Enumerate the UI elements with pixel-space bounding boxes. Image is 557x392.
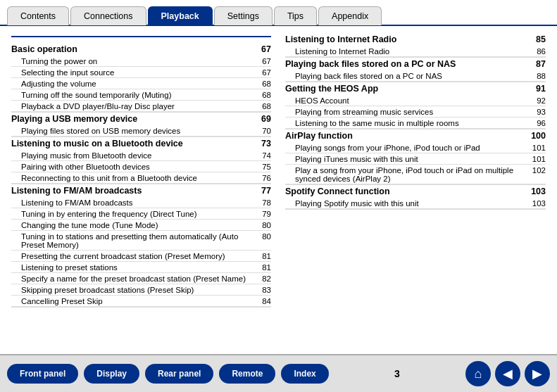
toc-item[interactable]: Reconnecting to this unit from a Bluetoo…	[11, 172, 271, 184]
toc-item[interactable]: Changing the tune mode (Tune Mode)80	[11, 220, 271, 231]
toc-item[interactable]: Listening to the same music in multiple …	[285, 118, 546, 129]
toc-item[interactable]: Adjusting the volume68	[11, 78, 271, 89]
section-title: Spotify Connect function	[285, 186, 390, 196]
toc-item-page: 68	[254, 80, 271, 88]
tab-contents[interactable]: Contents	[7, 6, 69, 25]
toc-section: Basic operation67Turning the power on67S…	[11, 43, 271, 113]
toc-section-header: Listening to music on a Bluetooth device…	[11, 137, 271, 150]
section-page: 100	[531, 131, 546, 141]
section-title: Listening to FM/AM broadcasts	[11, 186, 142, 196]
toc-item-text: Playing songs from your iPhone, iPod tou…	[295, 144, 529, 152]
toc-section-header: Listening to Internet Radio85	[285, 33, 546, 46]
section-title: Basic operation	[11, 44, 77, 54]
toc-item[interactable]: Pairing with other Bluetooth devices75	[11, 161, 271, 172]
toc-section-header: Getting the HEOS App91	[285, 82, 546, 95]
toc-item-text: Playing music from Bluetooth device	[21, 151, 254, 160]
index-button[interactable]: Index	[281, 364, 328, 384]
toc-item[interactable]: Tuning in by entering the frequency (Dir…	[11, 208, 271, 220]
main-content: Basic operation67Turning the power on67S…	[0, 26, 557, 354]
toc-item-page: 81	[254, 263, 271, 272]
toc-item-page: 75	[254, 163, 271, 171]
toc-item[interactable]: Presetting the current broadcast station…	[11, 251, 271, 262]
toc-item-page: 101	[529, 144, 546, 152]
toc-item[interactable]: Turning the power on67	[11, 56, 271, 67]
toc-section: AirPlay function100Playing songs from yo…	[285, 129, 546, 185]
toc-item-text: Listening to FM/AM broadcasts	[21, 198, 254, 207]
toc-item-text: Playback a DVD player/Blu-ray Disc playe…	[21, 102, 254, 110]
tab-tips[interactable]: Tips	[274, 6, 317, 25]
toc-item-text: Cancelling Preset Skip	[21, 297, 254, 305]
section-page: 103	[531, 186, 546, 196]
toc-section-header: AirPlay function100	[285, 129, 546, 142]
remote-button[interactable]: Remote	[219, 364, 275, 384]
section-page: 77	[261, 186, 271, 196]
toc-item[interactable]: Turning off the sound temporarily (Mutin…	[11, 89, 271, 101]
toc-item[interactable]: Playing songs from your iPhone, iPod tou…	[285, 142, 546, 153]
toc-item-page: 82	[254, 274, 271, 283]
toc-item[interactable]: Cancelling Preset Skip84	[11, 296, 271, 307]
toc-item-page: 83	[254, 286, 271, 294]
toc-item-page: 102	[529, 166, 546, 183]
section-page: 69	[261, 114, 271, 124]
toc-item-text: Playing from streaming music services	[295, 108, 529, 116]
toc-item[interactable]: Listening to Internet Radio86	[285, 46, 546, 57]
toc-item-page: 67	[254, 57, 271, 65]
toc-item-text: Play a song from your iPhone, iPod touch…	[295, 166, 529, 183]
toc-item-text: Turning the power on	[21, 57, 254, 65]
toc-item[interactable]: Listening to preset stations81	[11, 262, 271, 273]
forward-button[interactable]: ▶	[525, 361, 550, 386]
tab-playback[interactable]: Playback	[148, 6, 213, 25]
toc-section: Listening to FM/AM broadcasts77Listening…	[11, 184, 271, 308]
toc-item-text: Playing Spotify music with this unit	[295, 199, 529, 208]
toc-item-page: 68	[254, 91, 271, 99]
tab-settings[interactable]: Settings	[214, 6, 273, 25]
toc-section: Listening to Internet Radio85Listening t…	[285, 33, 546, 58]
toc-item[interactable]: Playing back files stored on a PC or NAS…	[285, 70, 546, 82]
bottom-nav-right: ⌂ ◀ ▶	[465, 361, 550, 386]
display-button[interactable]: Display	[84, 364, 139, 384]
toc-item-text: Listening to Internet Radio	[295, 47, 529, 56]
toc-item[interactable]: Playing music from Bluetooth device74	[11, 150, 271, 161]
toc-item[interactable]: Skipping preset broadcast stations (Pres…	[11, 284, 271, 296]
toc-section-header: Spotify Connect function103	[285, 185, 546, 198]
toc-item-page: 84	[254, 297, 271, 305]
rear-panel-button[interactable]: Rear panel	[145, 364, 213, 384]
section-title: AirPlay function	[285, 131, 353, 141]
toc-item-text: Playing files stored on USB memory devic…	[21, 127, 254, 135]
toc-item-page: 78	[254, 198, 271, 207]
toc-item-page: 101	[529, 155, 546, 163]
toc-item-page: 88	[529, 72, 546, 80]
toc-item[interactable]: HEOS Account92	[285, 95, 546, 106]
tab-connections[interactable]: Connections	[70, 6, 146, 25]
toc-item-text: Presetting the current broadcast station…	[21, 252, 254, 260]
toc-item[interactable]: Playback a DVD player/Blu-ray Disc playe…	[11, 101, 271, 112]
toc-item[interactable]: Listening to FM/AM broadcasts78	[11, 197, 271, 208]
toc-item[interactable]: Playing Spotify music with this unit103	[285, 198, 546, 209]
toc-item[interactable]: Tuning in to stations and presetting the…	[11, 231, 271, 251]
home-button[interactable]: ⌂	[465, 361, 491, 386]
toc-item-page: 80	[254, 221, 271, 229]
section-title: Listening to Internet Radio	[285, 34, 396, 44]
toc-item[interactable]: Playing from streaming music services93	[285, 106, 546, 118]
toc-item-page: 70	[254, 127, 271, 135]
front-panel-button[interactable]: Front panel	[7, 364, 78, 384]
toc-item[interactable]: Selecting the input source67	[11, 67, 271, 78]
section-title: Listening to music on a Bluetooth device	[11, 139, 183, 148]
section-page: 91	[536, 84, 546, 94]
toc-section-header: Listening to FM/AM broadcasts77	[11, 184, 271, 197]
toc-item-page: 74	[254, 151, 271, 160]
toc-item-page: 80	[254, 232, 271, 249]
back-button[interactable]: ◀	[495, 361, 520, 386]
tab-appendix[interactable]: Appendix	[318, 6, 382, 25]
toc-section: Getting the HEOS App91HEOS Account92Play…	[285, 82, 546, 129]
toc-item-page: 96	[529, 119, 546, 127]
toc-section-header: Basic operation67	[11, 43, 271, 56]
section-page: 85	[536, 34, 546, 44]
section-page: 67	[261, 44, 271, 54]
bottom-nav-left: Front panelDisplayRear panelRemoteIndex	[7, 364, 329, 384]
toc-item[interactable]: Playing files stored on USB memory devic…	[11, 125, 271, 137]
right-column: Listening to Internet Radio85Listening t…	[285, 33, 546, 347]
toc-item[interactable]: Specify a name for the preset broadcast …	[11, 273, 271, 284]
toc-item[interactable]: Play a song from your iPhone, iPod touch…	[285, 165, 546, 184]
toc-item[interactable]: Playing iTunes music with this unit101	[285, 153, 546, 165]
